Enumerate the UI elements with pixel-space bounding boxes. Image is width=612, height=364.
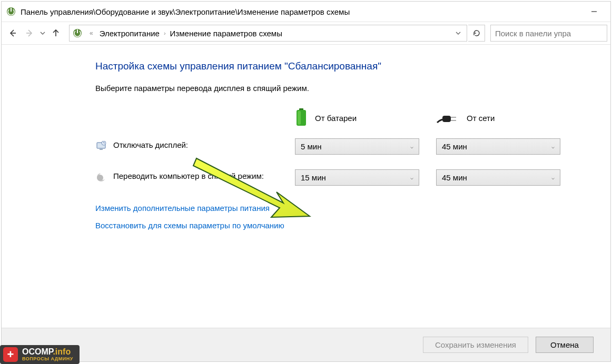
svg-rect-8 <box>298 111 301 125</box>
chevron-down-icon: ⌵ <box>551 144 555 149</box>
breadcrumb-current[interactable]: Изменение параметров схемы <box>167 29 285 38</box>
dropdown-sleep-battery[interactable]: 15 мин ⌵ <box>295 169 419 186</box>
monitor-icon <box>95 140 107 152</box>
dropdown-value: 5 мин <box>301 142 410 151</box>
footer: Сохранить изменения Отмена <box>2 328 610 361</box>
content: Настройка схемы управления питанием "Сба… <box>2 45 610 230</box>
window-title: Панель управления\Оборудование и звук\Эл… <box>21 7 582 16</box>
navbar: « Электропитание › Изменение параметров … <box>2 22 610 45</box>
chevron-down-icon: ⌵ <box>410 175 413 180</box>
history-dropdown[interactable] <box>38 25 47 41</box>
power-options-icon <box>6 6 16 17</box>
column-battery: От батареи <box>295 107 436 129</box>
refresh-button[interactable] <box>468 25 485 42</box>
svg-point-19 <box>97 175 103 181</box>
minimize-button[interactable] <box>582 3 606 20</box>
row-sleep-label: Переводить компьютер в спящий режим: <box>113 171 264 180</box>
window: Панель управления\Оборудование и звук\Эл… <box>1 1 611 362</box>
chevron-right-icon: › <box>163 30 167 36</box>
address-bar[interactable]: « Электропитание › Изменение параметров … <box>69 25 467 42</box>
dropdown-sleep-plugged[interactable]: 45 мин ⌵ <box>436 169 560 186</box>
cancel-button[interactable]: Отмена <box>536 337 594 353</box>
moon-icon <box>95 171 107 183</box>
back-button[interactable] <box>5 25 21 41</box>
titlebar: Панель управления\Оборудование и звук\Эл… <box>2 2 610 22</box>
row-sleep: Переводить компьютер в спящий режим: 15 … <box>95 169 610 186</box>
link-restore-defaults[interactable]: Восстановить для схемы параметры по умол… <box>95 221 610 230</box>
breadcrumb-parent[interactable]: Электропитание <box>96 29 163 38</box>
plus-icon: + <box>3 347 18 362</box>
link-advanced-settings[interactable]: Изменить дополнительные параметры питани… <box>95 204 610 213</box>
page-title: Настройка схемы управления питанием "Сба… <box>95 60 610 72</box>
search-input[interactable] <box>490 25 607 42</box>
column-plugged-label: От сети <box>467 114 495 123</box>
column-plugged: От сети <box>436 107 577 129</box>
page-subtitle: Выберите параметры перевода дисплея в сп… <box>95 84 610 93</box>
row-label: Отключать дисплей: <box>95 138 295 152</box>
dropdown-display-plugged[interactable]: 45 мин ⌵ <box>436 138 560 155</box>
row-turn-off-display: Отключать дисплей: 5 мин ⌵ 45 мин ⌵ <box>95 138 610 155</box>
row-label: Переводить компьютер в спящий режим: <box>95 169 295 183</box>
watermark-main: OCOMP <box>22 347 53 356</box>
watermark: + OCOMP.info ВОПРОСЫ АДМИНУ <box>0 345 80 364</box>
address-dropdown[interactable] <box>452 25 465 41</box>
links: Изменить дополнительные параметры питани… <box>95 204 610 230</box>
up-button[interactable] <box>48 25 64 41</box>
forward-button[interactable] <box>22 25 37 41</box>
plug-icon <box>436 110 459 126</box>
columns-header: От батареи От сети <box>95 107 610 129</box>
dropdown-value: 15 мин <box>301 173 410 182</box>
chevron-down-icon: ⌵ <box>410 144 413 149</box>
watermark-domain: .info <box>53 347 71 356</box>
column-battery-label: От батареи <box>315 114 357 123</box>
svg-rect-9 <box>442 116 451 122</box>
save-button: Сохранить изменения <box>423 337 528 353</box>
svg-rect-13 <box>100 149 103 150</box>
dropdown-value: 45 мин <box>442 142 551 151</box>
row-display-label: Отключать дисплей: <box>113 140 188 149</box>
dropdown-display-battery[interactable]: 5 мин ⌵ <box>295 138 419 155</box>
chevrons-icon: « <box>90 29 93 37</box>
battery-icon <box>295 107 308 129</box>
dropdown-value: 45 мин <box>442 173 551 182</box>
power-options-icon <box>72 27 83 39</box>
watermark-sub: ВОПРОСЫ АДМИНУ <box>22 357 73 361</box>
chevron-down-icon: ⌵ <box>551 175 555 180</box>
